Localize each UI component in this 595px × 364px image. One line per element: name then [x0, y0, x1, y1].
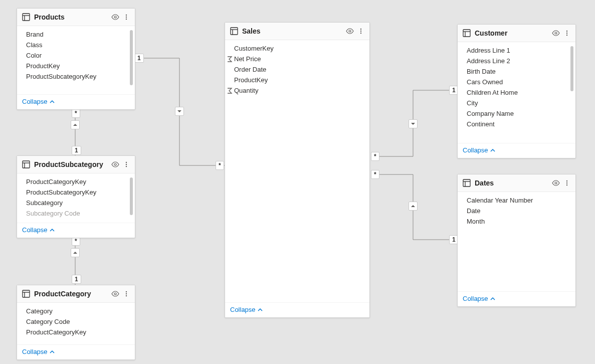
- more-options-icon[interactable]: [563, 30, 570, 37]
- filter-direction-icon: [175, 107, 184, 116]
- svg-point-41: [566, 180, 567, 181]
- field-item[interactable]: Address Line 1: [458, 45, 575, 56]
- scrollbar[interactable]: [130, 30, 133, 85]
- table-title: ProductCategory: [34, 290, 111, 298]
- table-customer[interactable]: Customer Address Line 1 Address Line 2 B…: [457, 24, 576, 158]
- svg-point-43: [566, 185, 567, 186]
- table-icon: [22, 160, 30, 168]
- visibility-icon[interactable]: [111, 13, 120, 22]
- more-options-icon[interactable]: [123, 161, 130, 168]
- filter-direction-icon: [71, 120, 80, 129]
- table-header[interactable]: ProductSubcategory: [17, 156, 135, 173]
- table-dates[interactable]: Dates Calendar Year Number Date Month Co…: [457, 174, 576, 307]
- field-item[interactable]: Company Name: [458, 108, 575, 119]
- cardinality-one: 1: [72, 146, 81, 155]
- more-options-icon[interactable]: [123, 14, 130, 21]
- collapse-button[interactable]: Collapse: [22, 226, 55, 234]
- chevron-up-icon: [50, 228, 55, 233]
- table-header[interactable]: Products: [17, 9, 135, 26]
- field-item[interactable]: Address Line 2: [458, 56, 575, 66]
- field-item[interactable]: Subcategory Code: [17, 208, 135, 219]
- visibility-icon[interactable]: [345, 27, 354, 36]
- scrollbar[interactable]: [570, 46, 573, 91]
- cardinality-many: *: [216, 161, 224, 170]
- collapse-button[interactable]: Collapse: [22, 98, 55, 105]
- svg-point-33: [555, 32, 557, 34]
- field-item[interactable]: Birth Date: [458, 66, 575, 77]
- collapse-button[interactable]: Collapse: [22, 348, 55, 355]
- table-header[interactable]: ProductCategory: [17, 285, 135, 303]
- field-item[interactable]: ProductCategoryKey: [17, 327, 135, 337]
- table-header[interactable]: Customer: [458, 25, 575, 42]
- collapse-button[interactable]: Collapse: [463, 146, 495, 154]
- svg-point-28: [360, 31, 361, 32]
- svg-point-13: [126, 162, 127, 163]
- sigma-icon: [226, 56, 233, 63]
- field-item[interactable]: Brand: [17, 29, 135, 40]
- more-options-icon[interactable]: [357, 28, 364, 35]
- field-item[interactable]: ProductKey: [17, 61, 135, 71]
- svg-point-20: [126, 291, 127, 292]
- visibility-icon[interactable]: [551, 178, 560, 188]
- cardinality-many: *: [371, 152, 379, 161]
- more-options-icon[interactable]: [563, 179, 570, 187]
- svg-point-42: [566, 183, 567, 184]
- chevron-up-icon: [490, 148, 495, 153]
- table-products[interactable]: Products Brand Class Color ProductKey Pr…: [17, 8, 135, 110]
- table-sales[interactable]: Sales CustomerKey Net Price Order Date P…: [225, 22, 370, 318]
- svg-point-6: [126, 15, 127, 16]
- fields-list: Brand Class Color ProductKey ProductSubc…: [17, 26, 135, 94]
- fields-list: CustomerKey Net Price Order Date Product…: [225, 40, 369, 302]
- table-header[interactable]: Sales: [225, 23, 369, 40]
- field-item[interactable]: Class: [17, 40, 135, 50]
- visibility-icon[interactable]: [111, 289, 120, 298]
- field-item[interactable]: Category: [17, 306, 135, 316]
- model-canvas[interactable]: 1 * 1 * 1 * 1 * 1 * Products Brand Class…: [0, 0, 595, 364]
- svg-point-5: [114, 16, 116, 18]
- field-item[interactable]: ProductKey: [225, 75, 369, 85]
- collapse-button[interactable]: Collapse: [463, 295, 495, 302]
- svg-point-12: [114, 163, 116, 165]
- field-item[interactable]: Category Code: [17, 316, 135, 327]
- table-title: ProductSubcategory: [34, 160, 111, 168]
- field-item[interactable]: Calendar Year Number: [458, 195, 575, 206]
- more-options-icon[interactable]: [123, 290, 130, 297]
- field-item[interactable]: Date: [458, 206, 575, 216]
- table-icon: [230, 27, 238, 35]
- svg-rect-16: [23, 290, 30, 297]
- field-item[interactable]: Continent: [458, 119, 575, 129]
- field-item[interactable]: Order Date: [225, 64, 369, 75]
- svg-rect-37: [463, 179, 470, 187]
- table-title: Products: [34, 13, 111, 21]
- scrollbar[interactable]: [130, 177, 133, 215]
- field-item[interactable]: ProductSubcategoryKey: [17, 187, 135, 198]
- chevron-up-icon: [50, 349, 55, 354]
- collapse-button[interactable]: Collapse: [230, 306, 263, 313]
- field-item[interactable]: Quantity: [225, 85, 369, 96]
- field-item[interactable]: Subcategory: [17, 198, 135, 208]
- svg-point-40: [555, 182, 557, 184]
- cardinality-many: *: [72, 109, 80, 118]
- chevron-up-icon: [490, 296, 495, 301]
- table-header[interactable]: Dates: [458, 174, 575, 192]
- field-item[interactable]: Net Price: [225, 54, 369, 64]
- svg-rect-30: [463, 30, 470, 37]
- field-item[interactable]: Cars Owned: [458, 77, 575, 87]
- field-item[interactable]: Children At Home: [458, 87, 575, 98]
- svg-point-22: [126, 295, 127, 296]
- field-item[interactable]: Color: [17, 50, 135, 61]
- table-product-category[interactable]: ProductCategory Category Category Code P…: [17, 285, 135, 360]
- svg-point-34: [566, 31, 567, 32]
- table-product-subcategory[interactable]: ProductSubcategory ProductCategoryKey Pr…: [17, 155, 135, 238]
- field-item[interactable]: ProductCategoryKey: [17, 176, 135, 187]
- fields-list: Address Line 1 Address Line 2 Birth Date…: [458, 42, 575, 143]
- visibility-icon[interactable]: [551, 29, 560, 38]
- svg-point-29: [360, 33, 361, 34]
- visibility-icon[interactable]: [111, 160, 120, 169]
- field-item[interactable]: ProductSubcategoryKey: [17, 71, 135, 82]
- field-item[interactable]: CustomerKey: [225, 43, 369, 54]
- fields-list: Category Category Code ProductCategoryKe…: [17, 303, 135, 344]
- field-item[interactable]: City: [458, 98, 575, 108]
- field-item[interactable]: Month: [458, 216, 575, 227]
- svg-point-35: [566, 33, 567, 34]
